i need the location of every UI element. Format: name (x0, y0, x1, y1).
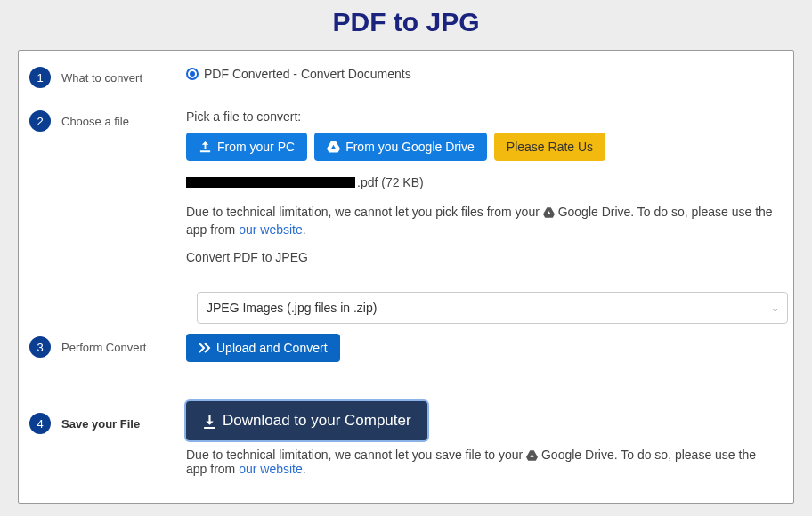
from-drive-label: From you Google Drive (345, 140, 475, 154)
upload-convert-label: Upload and Convert (216, 341, 328, 355)
pick-file-label: Pick a file to convert: (186, 109, 777, 124)
upload-icon (199, 141, 212, 154)
step-label-1: What to convert (61, 71, 142, 85)
main-panel: PDF Converted - Convert Documents Pick a… (175, 51, 793, 503)
period: . (303, 222, 306, 237)
radio-label: PDF Converted - Convert Documents (204, 67, 411, 81)
radio-row[interactable]: PDF Converted - Convert Documents (186, 67, 777, 81)
main-card: 1 What to convert 2 Choose a file 3 Perf… (18, 50, 794, 504)
file-source-buttons: From your PC From you Google Drive Pleas… (186, 133, 777, 161)
limitation-save-pre: Due to technical limitation, we cannot l… (186, 447, 526, 462)
pick-limitation-text: Due to technical limitation, we cannot l… (186, 204, 777, 238)
convert-to-label: Convert PDF to JPEG (186, 250, 777, 264)
google-drive-icon (327, 141, 340, 153)
google-drive-icon (543, 207, 555, 218)
upload-convert-row: Upload and Convert (186, 334, 777, 362)
redacted-filename (186, 177, 355, 188)
download-row: Download to your Computer (186, 401, 777, 440)
step-label-2: Choose a file (61, 115, 129, 128)
step-number-2: 2 (29, 110, 51, 132)
step-what-to-convert: 1 What to convert (29, 67, 142, 88)
our-website-link[interactable]: our website (239, 222, 303, 237)
our-website-link[interactable]: our website (239, 462, 303, 476)
file-size-text: .pdf (72 KB) (357, 175, 424, 189)
step-number-1: 1 (29, 67, 51, 88)
from-pc-label: From your PC (217, 140, 295, 154)
limitation-pick-pre: Due to technical limitation, we cannot l… (186, 205, 543, 219)
step-number-3: 3 (29, 336, 51, 358)
step-choose-file: 2 Choose a file (29, 110, 129, 132)
step-label-4: Save your File (61, 417, 140, 431)
step-label-3: Perform Convert (61, 341, 146, 354)
page-title: PDF to JPG (0, 0, 812, 50)
from-drive-button[interactable]: From you Google Drive (314, 133, 487, 161)
rate-button[interactable]: Please Rate Us (494, 133, 605, 161)
save-limitation-text: Due to technical limitation, we cannot l… (186, 447, 777, 476)
selected-file-row: .pdf (72 KB) (186, 175, 777, 189)
output-format-select[interactable]: JPEG Images (.jpg files in .zip) (197, 292, 788, 324)
period: . (303, 462, 306, 476)
download-label: Download to your Computer (223, 412, 411, 430)
steps-sidebar: 1 What to convert 2 Choose a file 3 Perf… (19, 51, 175, 503)
download-button[interactable]: Download to your Computer (186, 401, 427, 440)
upload-convert-button[interactable]: Upload and Convert (186, 334, 340, 362)
rate-label: Please Rate Us (507, 140, 593, 154)
download-icon (202, 414, 217, 429)
radio-selected-icon[interactable] (186, 68, 199, 80)
step-save-file: 4 Save your File (29, 413, 140, 434)
output-format-row: JPEG Images (.jpg files in .zip) ⌄ (197, 292, 788, 324)
step-perform-convert: 3 Perform Convert (29, 336, 146, 358)
step-number-4: 4 (29, 413, 51, 434)
from-pc-button[interactable]: From your PC (186, 133, 307, 161)
google-drive-icon (526, 450, 538, 461)
double-chevron-icon (199, 343, 211, 353)
